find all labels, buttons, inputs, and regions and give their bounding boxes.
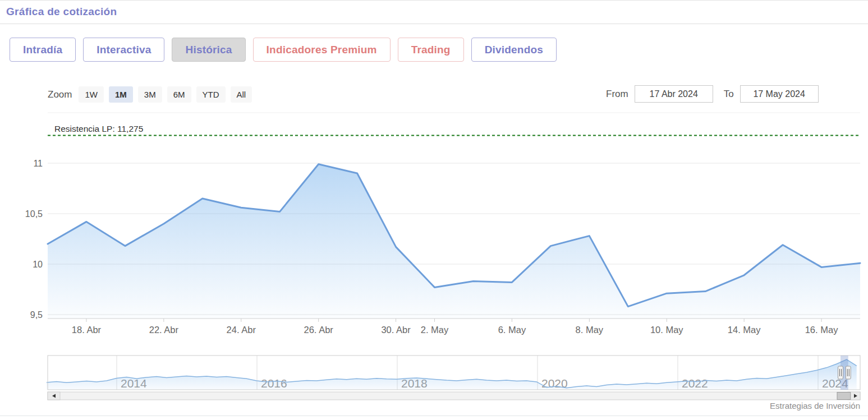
y-axis-label: 9,5 [30, 310, 43, 320]
scrollbar-track[interactable] [48, 392, 860, 400]
navigator[interactable]: 201420162018202020222024 [47, 356, 860, 390]
scrollbar[interactable] [48, 392, 860, 400]
x-axis-label: 26. Abr [304, 325, 334, 335]
x-axis-label: 8. May [576, 325, 604, 335]
x-axis-label: 2. May [421, 325, 449, 335]
quote-chart-widget: Gráfica de cotización IntradíaInteractiv… [0, 0, 868, 420]
x-axis-label: 14. May [728, 325, 761, 335]
price-area-fill [48, 164, 860, 319]
navigator-area-fill [47, 359, 857, 390]
credit-text: Estrategias de Inversión [770, 401, 860, 410]
x-axis-label: 30. Abr [381, 325, 411, 335]
x-axis-label: 10. May [650, 325, 683, 335]
y-axis-label: 10,5 [25, 209, 43, 219]
y-axis-label: 11 [33, 159, 43, 168]
x-axis-label: 24. Abr [227, 325, 256, 335]
navigator-left-handle[interactable] [838, 366, 843, 379]
x-axis-label: 16. May [805, 325, 838, 335]
navigator-right-handle[interactable] [846, 366, 851, 379]
stock-history-chart[interactable]: 1110,5109,518. Abr22. Abr24. Abr26. Abr3… [0, 1, 868, 420]
x-axis-label: 6. May [498, 325, 526, 335]
x-axis-label: 22. Abr [149, 325, 179, 335]
scrollbar-thumb[interactable] [837, 393, 851, 400]
main-chart[interactable]: 1110,5109,518. Abr22. Abr24. Abr26. Abr3… [25, 113, 860, 335]
bottom-divider [0, 416, 868, 416]
resistance-label: Resistencia LP: 11,275 [54, 124, 143, 133]
y-axis-label: 10 [33, 260, 43, 269]
x-axis-label: 18. Abr [72, 325, 102, 335]
